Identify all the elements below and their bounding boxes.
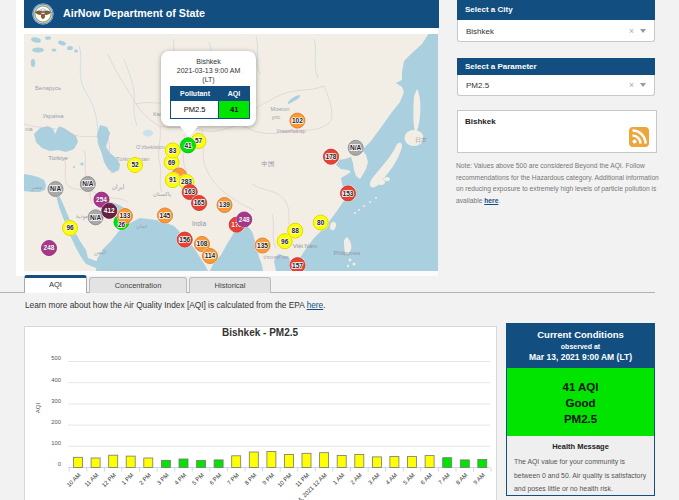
svg-text:عمان: عمان [136, 223, 148, 229]
svg-text:133: 133 [119, 212, 130, 219]
svg-text:5 AM: 5 AM [402, 472, 416, 486]
svg-text:8 PM: 8 PM [244, 472, 258, 486]
svg-text:Монгол: Монгол [271, 106, 290, 112]
svg-text:178: 178 [326, 153, 337, 160]
svg-text:139: 139 [219, 201, 230, 208]
svg-text:52: 52 [131, 161, 139, 168]
svg-text:Беларусь: Беларусь [35, 85, 61, 91]
svg-text:1 AM: 1 AM [332, 472, 346, 486]
svg-text:91: 91 [169, 176, 177, 183]
svg-text:248: 248 [239, 216, 250, 223]
svg-text:102: 102 [292, 117, 303, 124]
svg-text:9 PM: 9 PM [261, 472, 275, 486]
svg-text:108: 108 [197, 240, 208, 247]
svg-text:96: 96 [281, 238, 289, 245]
svg-text:88: 88 [292, 227, 300, 234]
svg-text:400: 400 [51, 377, 61, 383]
svg-text:69: 69 [168, 159, 176, 166]
svg-text:6 PM: 6 PM [208, 472, 222, 486]
svg-text:10 AM: 10 AM [66, 472, 82, 488]
svg-text:日本: 日本 [415, 137, 427, 144]
svg-text:200: 200 [51, 419, 61, 425]
svg-text:N/A: N/A [82, 180, 94, 187]
svg-text:6 AM: 6 AM [420, 472, 434, 486]
svg-text:nia: nia [25, 126, 33, 132]
svg-text:2 PM: 2 PM [138, 472, 152, 486]
svg-text:145: 145 [160, 212, 171, 219]
svg-text:ايران: ايران [112, 184, 125, 191]
svg-text:11 PM: 11 PM [294, 472, 310, 488]
svg-text:100: 100 [51, 440, 61, 446]
svg-text:0: 0 [58, 461, 61, 467]
svg-text:153: 153 [343, 190, 354, 197]
svg-text:مصر: مصر [31, 184, 43, 191]
svg-text:中国: 中国 [262, 160, 275, 167]
svg-text:135: 135 [257, 242, 268, 249]
svg-text:Philippines: Philippines [334, 250, 361, 256]
svg-text:7 PM: 7 PM [226, 472, 240, 486]
svg-text:114: 114 [205, 252, 216, 259]
svg-text:41: 41 [184, 142, 192, 149]
svg-text:N/A: N/A [50, 185, 62, 192]
svg-text:300: 300 [51, 398, 61, 404]
svg-text:India: India [192, 220, 206, 227]
svg-text:83: 83 [169, 147, 177, 154]
svg-text:26: 26 [118, 221, 126, 228]
svg-text:9 AM: 9 AM [472, 472, 486, 486]
svg-text:Улаанбаатар: Улаанбаатар [277, 129, 306, 134]
svg-text:156: 156 [179, 236, 190, 243]
svg-text:157: 157 [292, 262, 303, 269]
svg-text:254: 254 [96, 196, 107, 203]
svg-text:1 PM: 1 PM [120, 472, 134, 486]
svg-text:163: 163 [184, 188, 195, 195]
svg-text:12 PM: 12 PM [101, 472, 117, 488]
svg-text:Україна: Україна [42, 113, 64, 119]
svg-text:11 AM: 11 AM [84, 472, 100, 488]
svg-text:7 AM: 7 AM [437, 472, 451, 486]
svg-text:10 PM: 10 PM [276, 472, 292, 488]
svg-text:4 AM: 4 AM [384, 472, 398, 486]
svg-text:500: 500 [51, 355, 61, 361]
svg-text:3 PM: 3 PM [156, 472, 170, 486]
svg-text:Bishkek - PM2.5: Bishkek - PM2.5 [222, 327, 299, 338]
svg-text:اليمن: اليمن [94, 249, 107, 256]
svg-text:N/A: N/A [350, 144, 362, 151]
svg-text:2 AM: 2 AM [349, 472, 363, 486]
svg-text:پاکستان: پاکستان [153, 191, 172, 198]
svg-text:96: 96 [66, 224, 74, 231]
svg-text:5 PM: 5 PM [191, 472, 205, 486]
svg-text:80: 80 [317, 219, 325, 226]
svg-text:3 AM: 3 AM [367, 472, 381, 486]
svg-text:248: 248 [44, 244, 55, 251]
svg-text:Oʻzbekiston: Oʻzbekiston [136, 144, 165, 150]
svg-text:Việt Nam: Việt Nam [293, 243, 318, 249]
svg-text:8 AM: 8 AM [455, 472, 469, 486]
svg-text:AQI: AQI [35, 403, 41, 414]
svg-text:ประเทศไทย: ประเทศไทย [263, 254, 289, 260]
svg-text:4 PM: 4 PM [173, 472, 187, 486]
svg-text:412: 412 [104, 207, 115, 214]
svg-text:улс: улс [272, 114, 281, 120]
svg-text:Türkiye: Türkiye [48, 155, 68, 161]
svg-text:165: 165 [194, 199, 205, 206]
svg-text:N/A: N/A [90, 214, 102, 221]
